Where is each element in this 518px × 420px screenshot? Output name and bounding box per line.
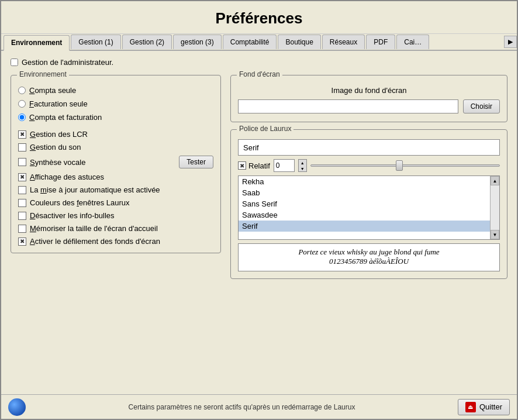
check-astuces: Affichage des astuces [18, 173, 213, 181]
check-son-box[interactable] [18, 143, 26, 152]
current-font-display: Serif [238, 139, 500, 156]
tab-gestion2[interactable]: Gestion (2) [122, 35, 172, 49]
admin-checkbox[interactable] [11, 58, 18, 66]
spin-up[interactable]: ▲ [299, 160, 306, 166]
environment-group: Environnement Compta seule Facturation s… [11, 75, 221, 253]
check-son-label: Gestion du son [30, 143, 81, 152]
preview-text-line1: Portez ce vieux whisky au juge blond qui… [243, 247, 495, 257]
font-list: Rekha Saab Sans Serif Sawasdee Serif [239, 176, 490, 239]
check-info-bulles: Désactiver les info-bulles [18, 211, 213, 220]
main-window: Préférences Environnement Gestion (1) Ge… [0, 0, 518, 420]
scrollbar-track [491, 185, 499, 230]
check-defilement-box[interactable] [18, 237, 26, 246]
font-list-scrollbar: ▲ ▼ [490, 176, 499, 239]
radio-compta-facturation-label: Compta et facturation [29, 113, 102, 122]
radio-group: Compta seule Facturation seule Compta et… [18, 81, 213, 125]
check-lcr-label: Gestion des LCR [30, 130, 88, 139]
status-text: Certains paramètres ne seront actifs qu'… [33, 403, 451, 411]
font-saab[interactable]: Saab [239, 187, 490, 198]
relatif-value[interactable]: 0 [274, 159, 295, 172]
left-panel: Environnement Compta seule Facturation s… [11, 75, 221, 279]
radio-compta-seule: Compta seule [18, 86, 213, 95]
check-synthese: Synthèse vocale Tester [18, 156, 213, 168]
font-sawasdee[interactable]: Sawasdee [239, 209, 490, 221]
check-info-bulles-box[interactable] [18, 212, 26, 220]
environment-group-label: Environnement [17, 70, 69, 78]
check-defilement-label: Activer le défilement des fonds d'écran [30, 237, 160, 246]
slider-thumb[interactable] [396, 160, 403, 171]
preview-text-line2: 0123456789 àéîõuÀEÎOU [243, 257, 495, 266]
radio-compta-seule-input[interactable] [18, 87, 26, 94]
tab-boutique[interactable]: Boutique [278, 35, 320, 49]
tab-cai[interactable]: Cai… [396, 35, 429, 49]
check-couleurs: Couleurs des fenêtres Laurux [18, 198, 213, 207]
spin-arrows: ▲ ▼ [298, 159, 307, 172]
tester-button[interactable]: Tester [179, 156, 213, 168]
police-group: Police de Laurux Serif Relatif 0 [230, 129, 507, 279]
check-info-bulles-label: Désactiver les info-bulles [30, 211, 115, 220]
relatif-label: Relatif [248, 161, 270, 170]
check-lcr-box[interactable] [18, 130, 26, 139]
relatif-row: Relatif 0 ▲ ▼ [238, 159, 500, 172]
check-synthese-label: Synthèse vocale [30, 158, 85, 167]
quit-label: Quitter [479, 402, 502, 411]
fond-ecran-input[interactable] [238, 99, 458, 113]
fond-row: Choisir [238, 99, 500, 113]
font-serif[interactable]: Serif [239, 221, 490, 232]
radio-facturation-seule: Facturation seule [18, 99, 213, 108]
fond-ecran-inner: Image du fond d'écran Choisir [238, 81, 500, 113]
font-preview: Portez ce vieux whisky au juge blond qui… [238, 243, 500, 271]
title-bar: Préférences [1, 1, 517, 34]
check-son: Gestion du son [18, 143, 213, 152]
radio-facturation-seule-label: Facturation seule [29, 99, 88, 108]
tab-gestion3[interactable]: gestion (3) [173, 35, 222, 49]
tab-gestion1[interactable]: Gestion (1) [71, 35, 120, 49]
radio-compta-seule-label: Compta seule [29, 86, 76, 95]
radio-compta-facturation: Compta et facturation [18, 113, 213, 122]
scrollbar-down[interactable]: ▼ [491, 230, 499, 239]
quit-button[interactable]: ⏏ Quitter [458, 399, 510, 415]
tab-scroll-right[interactable]: ▶ [504, 36, 517, 48]
page-title: Préférences [1, 9, 517, 27]
right-panel: Fond d'écran Image du fond d'écran Chois… [230, 75, 507, 279]
scrollbar-up[interactable]: ▲ [491, 176, 499, 185]
check-maj-box[interactable] [18, 186, 26, 194]
check-synthese-left: Synthèse vocale [18, 158, 85, 167]
check-memoriser-box[interactable] [18, 225, 26, 233]
spin-down[interactable]: ▼ [299, 166, 306, 171]
tab-reseaux[interactable]: Réseaux [322, 35, 365, 49]
fond-ecran-group-label: Fond d'écran [237, 70, 282, 78]
fond-ecran-group: Fond d'écran Image du fond d'écran Chois… [230, 75, 507, 122]
font-sans-serif[interactable]: Sans Serif [239, 198, 490, 209]
choisir-button[interactable]: Choisir [463, 99, 500, 113]
tabs-bar: Environnement Gestion (1) Gestion (2) ge… [1, 34, 517, 51]
admin-check-row: Gestion de l'administrateur. [11, 58, 507, 67]
font-rekha[interactable]: Rekha [239, 176, 490, 187]
content-area: Gestion de l'administrateur. Environneme… [1, 51, 517, 394]
tab-environnement[interactable]: Environnement [4, 35, 70, 51]
fond-ecran-label: Image du fond d'écran [331, 86, 407, 95]
relatif-checkbox[interactable] [238, 161, 246, 170]
tab-comptabilite[interactable]: Comptabilité [223, 35, 277, 49]
police-group-label: Police de Laurux [237, 125, 293, 133]
check-synthese-box[interactable] [18, 158, 26, 166]
check-memoriser: Mémoriser la taille de l'écran d'accueil [18, 224, 213, 233]
checkbox-list: Gestion des LCR Gestion du son Synthèse … [18, 125, 213, 246]
tab-pdf[interactable]: PDF [366, 35, 395, 49]
check-couleurs-label: Couleurs des fenêtres Laurux [30, 198, 130, 207]
font-list-container: Rekha Saab Sans Serif Sawasdee Serif ▲ ▼ [238, 175, 500, 240]
status-icon [8, 398, 26, 416]
police-inner: Serif Relatif 0 ▲ ▼ [238, 136, 500, 271]
radio-facturation-seule-input[interactable] [18, 100, 26, 108]
check-astuces-label: Affichage des astuces [30, 173, 104, 181]
quit-icon: ⏏ [465, 402, 476, 412]
check-memoriser-label: Mémoriser la taille de l'écran d'accueil [30, 224, 158, 233]
radio-compta-facturation-input[interactable] [18, 113, 26, 121]
check-astuces-box[interactable] [18, 173, 26, 181]
status-bar: Certains paramètres ne seront actifs qu'… [1, 394, 517, 419]
admin-label: Gestion de l'administrateur. [22, 58, 113, 67]
check-lcr: Gestion des LCR [18, 130, 213, 139]
check-couleurs-box[interactable] [18, 199, 26, 207]
check-defilement: Activer le défilement des fonds d'écran [18, 237, 213, 246]
main-area: Environnement Compta seule Facturation s… [11, 75, 507, 279]
